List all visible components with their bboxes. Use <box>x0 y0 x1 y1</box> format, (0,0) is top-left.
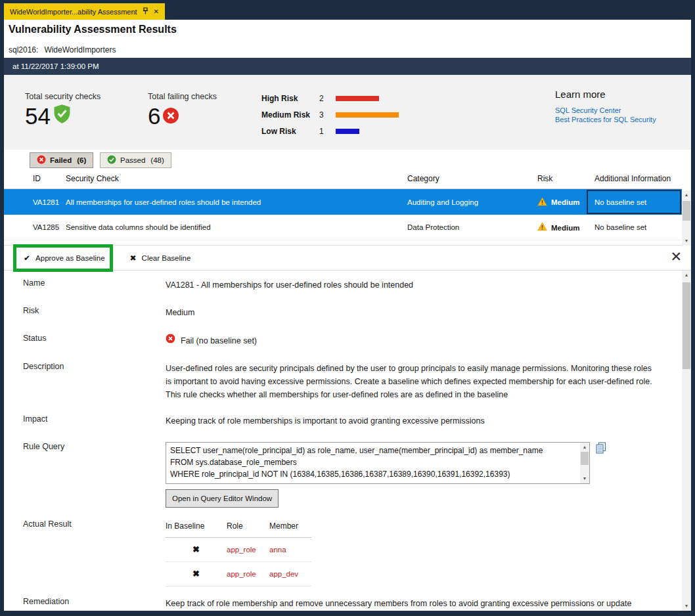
rule-query-box[interactable]: SELECT user_name(role_principal_id) as r… <box>166 442 590 484</box>
result-role: app_role <box>227 543 269 556</box>
grid-scrollbar[interactable]: ▲ ▼ <box>682 190 691 246</box>
column-id[interactable]: ID <box>33 174 41 183</box>
rule-query-label: Rule Query <box>23 442 166 508</box>
details-scroll-down-icon[interactable]: ▼ <box>682 602 691 611</box>
rule-query-row: Rule Query SELECT user_name(role_princip… <box>4 442 682 508</box>
warning-icon <box>537 197 547 207</box>
details-scrollbar[interactable]: ▲ ▼ <box>682 271 691 611</box>
actual-result-label: Actual Result <box>23 519 166 586</box>
close-details-icon[interactable]: ✕ <box>670 249 682 265</box>
tab-failed[interactable]: Failed (6) <box>30 152 93 168</box>
tab-passed[interactable]: Passed (48) <box>100 152 171 168</box>
column-security-check[interactable]: Security Check <box>66 174 119 183</box>
query-scrollbar[interactable]: ▲ ▼ <box>580 443 589 483</box>
open-query-editor-button[interactable]: Open in Query Editor Window <box>166 489 279 508</box>
name-value: VA1281 - All memberships for user-define… <box>166 278 660 292</box>
result-table-header: In Baseline Role Member <box>166 519 311 538</box>
grid-scroll-thumb[interactable] <box>683 201 690 221</box>
tab-failed-label: Failed <box>50 156 72 164</box>
details-scroll-thumb[interactable] <box>683 282 690 369</box>
medium-risk-count: 3 <box>319 110 336 120</box>
medium-risk-bar <box>336 112 399 118</box>
document-tab-bar: WideWorldImporter...ability Assessment ✕ <box>0 0 695 20</box>
grid-row-va1281[interactable]: VA1281 All memberships for user-defined … <box>4 189 682 215</box>
link-best-practices[interactable]: Best Practices for SQL Security <box>555 116 656 123</box>
risk-text: Medium <box>551 198 579 206</box>
low-risk-row: Low Risk 1 <box>261 123 399 139</box>
cell-risk: Medium <box>537 197 579 207</box>
cell-check: All memberships for user-defined roles s… <box>66 198 261 206</box>
clear-baseline-button[interactable]: ✖ Clear Baseline <box>130 253 191 263</box>
query-line: FROM sys.database_role_members <box>170 456 576 468</box>
grid-scroll-up-icon[interactable]: ▲ <box>682 190 691 200</box>
query-line: SELECT user_name(role_principal_id) as r… <box>170 445 576 456</box>
column-additional-info[interactable]: Additional Information <box>594 174 671 183</box>
remediation-value: Keep track of role membership and remove… <box>166 597 660 611</box>
info-cell-focus-box <box>587 190 681 214</box>
copy-query-icon[interactable] <box>596 442 606 458</box>
failing-checks-value: 6 <box>148 104 160 129</box>
description-row: Description User-defined roles are secur… <box>4 362 682 401</box>
impact-label: Impact <box>23 414 166 428</box>
baseline-toolbar: ✔ Approve as Baseline ✖ Clear Baseline ✕ <box>4 246 691 271</box>
query-scroll-thumb[interactable] <box>581 452 589 465</box>
risk-text: Medium <box>551 223 579 231</box>
medium-risk-row: Medium Risk 3 <box>261 106 399 123</box>
result-member: anna <box>269 543 311 556</box>
query-scroll-down-icon[interactable]: ▼ <box>580 474 589 483</box>
server-line: sql2016:WideWorldImporters <box>9 45 116 55</box>
results-grid: ID Security Check Category Risk Addition… <box>4 168 691 246</box>
result-row: ✖ app_role anna <box>166 538 311 562</box>
cell-info: No baseline set <box>594 223 646 231</box>
learn-more-title: Learn more <box>555 89 656 100</box>
cell-risk: Medium <box>537 223 579 232</box>
impact-value: Keeping track of role memberships is imp… <box>166 414 660 428</box>
failing-checks-stat: Total failing checks 6 <box>148 92 217 129</box>
high-risk-label: High Risk <box>261 94 319 103</box>
approve-label: Approve as Baseline <box>35 254 104 262</box>
risk-value: Medium <box>166 306 660 319</box>
tab-close-icon[interactable]: ✕ <box>154 8 159 15</box>
high-risk-bar <box>336 96 379 101</box>
database-name: WideWorldImporters <box>44 45 116 55</box>
high-risk-row: High Risk 2 <box>261 90 399 106</box>
low-risk-bar <box>336 129 359 134</box>
column-risk[interactable]: Risk <box>537 174 552 183</box>
remediation-row: Remediation Keep track of role membershi… <box>4 597 682 611</box>
status-label: Status <box>23 334 166 347</box>
details-pane: Name VA1281 - All memberships for user-d… <box>4 271 682 611</box>
warning-icon <box>537 223 547 232</box>
total-checks-stat: Total security checks 54 <box>25 92 101 129</box>
link-sql-security-center[interactable]: SQL Security Center <box>555 106 656 114</box>
not-in-baseline-icon: ✖ <box>166 543 227 556</box>
vulnerability-assessment-window: WideWorldImporter...ability Assessment ✕… <box>0 0 695 616</box>
not-in-baseline-icon: ✖ <box>166 567 227 581</box>
column-category[interactable]: Category <box>407 174 439 183</box>
result-role: app_role <box>227 567 269 581</box>
shield-check-icon <box>53 104 72 127</box>
cell-id: VA1285 <box>33 223 59 231</box>
grid-scroll-down-icon[interactable]: ▼ <box>682 236 691 246</box>
page-title: Vulnerability Assessment Results <box>9 24 177 35</box>
pin-icon[interactable] <box>143 7 148 16</box>
scan-timestamp: at 11/22/2017 1:39:00 PM <box>4 58 691 75</box>
result-row: ✖ app_role app_dev <box>166 562 311 586</box>
failing-checks-label: Total failing checks <box>148 92 217 101</box>
approve-as-baseline-button[interactable]: ✔ Approve as Baseline <box>24 253 105 263</box>
description-label: Description <box>23 362 166 401</box>
col-in-baseline: In Baseline <box>166 519 227 533</box>
document-tab[interactable]: WideWorldImporter...ability Assessment ✕ <box>4 3 165 20</box>
cell-category: Data Protection <box>407 223 459 231</box>
query-scroll-up-icon[interactable]: ▲ <box>580 443 589 452</box>
low-risk-count: 1 <box>319 127 336 136</box>
passed-icon <box>107 155 116 165</box>
tab-passed-count: (48) <box>150 156 164 164</box>
document-tab-title: WideWorldImporter...ability Assessment <box>10 8 137 16</box>
remediation-label: Remediation <box>23 597 166 611</box>
col-role: Role <box>227 519 269 533</box>
details-scroll-up-icon[interactable]: ▲ <box>682 271 691 280</box>
low-risk-label: Low Risk <box>261 127 319 136</box>
risk-legend: High Risk 2 Medium Risk 3 Low Risk 1 <box>261 90 399 139</box>
query-line: WHERE role_principal_id NOT IN (16384,16… <box>170 468 576 480</box>
grid-row-va1285[interactable]: VA1285 Sensitive data columns should be … <box>4 215 682 240</box>
